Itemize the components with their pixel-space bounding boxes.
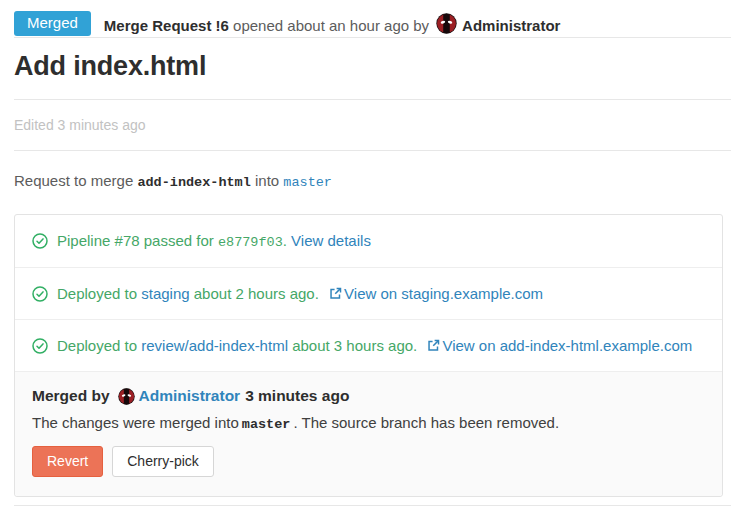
source-branch: add-index-html (137, 175, 250, 190)
commit-sha-link[interactable]: e8779f03 (218, 235, 283, 250)
check-circle-icon (32, 338, 48, 354)
request-prefix: Request to merge (14, 172, 133, 189)
deployment-row-review: Deployed to review/add-index-html about … (15, 320, 722, 372)
environment-link[interactable]: review/add-index-html (141, 337, 288, 354)
external-link-icon (427, 339, 440, 352)
environment-link[interactable]: staging (141, 285, 189, 302)
status-badge: Merged (14, 11, 91, 37)
into-text: into (255, 172, 279, 189)
target-branch-link[interactable]: master (283, 175, 332, 190)
deployment-row-staging: Deployed to staging about 2 hours ago. V… (15, 268, 722, 320)
deadpool-avatar-icon (118, 388, 135, 405)
merged-message-prefix: The changes were merged into (32, 414, 239, 431)
deploy-prefix: Deployed to (57, 285, 137, 302)
mr-header-text: Merge Request !6 opened about an hour ag… (104, 13, 561, 34)
merged-by-prefix: Merged by (32, 387, 110, 405)
mr-reference: Merge Request !6 (104, 17, 229, 34)
merge-request-page: Merged Merge Request !6 opened about an … (0, 0, 731, 506)
page-title: Add index.html (14, 51, 731, 99)
deploy-time: about 2 hours ago. (194, 285, 319, 302)
mr-header: Merged Merge Request !6 opened about an … (14, 0, 731, 37)
author-avatar[interactable] (436, 13, 457, 34)
divider (14, 505, 731, 506)
external-link-icon (329, 287, 342, 300)
deployment-text: Deployed to review/add-index-html about … (57, 337, 692, 354)
pipeline-text: Pipeline #78 passed for e8779f03. View d… (57, 232, 371, 250)
merged-actions: Revert Cherry-pick (32, 446, 705, 477)
deadpool-avatar-icon (436, 13, 457, 34)
edited-note: Edited 3 minutes ago (14, 100, 731, 150)
request-to-merge-line: Request to merge add-index-html into mas… (14, 172, 731, 190)
cherry-pick-button[interactable]: Cherry-pick (112, 446, 214, 477)
check-circle-icon (32, 286, 48, 302)
divider (14, 150, 731, 151)
opened-text: opened about an hour ago by (233, 17, 429, 34)
pipeline-status-row: Pipeline #78 passed for e8779f03. View d… (15, 215, 722, 268)
merged-message-suffix: . The source branch has been removed. (293, 414, 559, 431)
merged-message: The changes were merged intomaster. The … (32, 414, 705, 432)
pipeline-period: . (283, 232, 287, 249)
deployment-text: Deployed to staging about 2 hours ago. V… (57, 285, 543, 302)
author-name-link[interactable]: Administrator (462, 17, 560, 34)
merger-avatar[interactable] (118, 388, 135, 405)
check-circle-icon (32, 233, 48, 249)
view-on-environment-link[interactable]: View on add-index-html.example.com (442, 337, 692, 354)
divider (14, 37, 731, 38)
pipeline-prefix: Pipeline #78 passed for (57, 232, 214, 249)
merged-target-branch: master (242, 417, 291, 432)
view-details-link[interactable]: View details (291, 232, 371, 249)
mr-widget: Pipeline #78 passed for e8779f03. View d… (14, 214, 723, 497)
view-on-environment-link[interactable]: View on staging.example.com (344, 285, 543, 302)
deploy-time: about 3 hours ago. (292, 337, 417, 354)
revert-button[interactable]: Revert (32, 446, 103, 477)
merger-name-link[interactable]: Administrator (139, 387, 241, 405)
deploy-prefix: Deployed to (57, 337, 137, 354)
merged-time: 3 minutes ago (245, 387, 349, 405)
merged-by-line: Merged by Administrator 3 minutes ago (32, 387, 705, 405)
merged-footer: Merged by Administrator 3 minutes ago Th… (15, 372, 722, 496)
